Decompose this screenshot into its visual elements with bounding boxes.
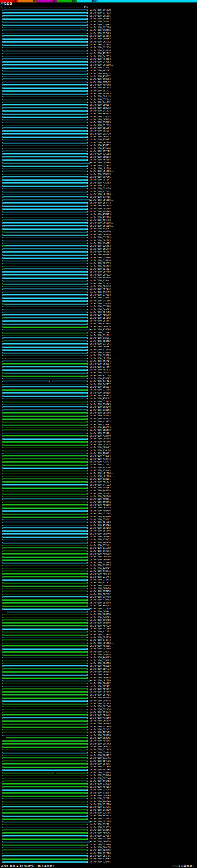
- hit-bar-segment[interactable]: [2, 841, 90, 842]
- hit-label[interactable]: UniRef100_C5S4B8: [90, 561, 110, 564]
- hit-bar[interactable]: [2, 35, 87, 37]
- hit-bar-segment[interactable]: [2, 125, 88, 126]
- hit-bar[interactable]: [2, 369, 87, 371]
- hit-label[interactable]: UniRef100_P93263: [90, 58, 110, 61]
- hit-label[interactable]: UniRef100_C3TI12: [90, 12, 110, 14]
- hit-bar[interactable]: [2, 562, 87, 563]
- hit-bar-segment[interactable]: [2, 858, 88, 860]
- hit-label[interactable]: UniRef100_A6Z0D6: [90, 645, 110, 648]
- hit-bar-segment[interactable]: [2, 228, 88, 230]
- hit-label[interactable]: UniRef100_B7HSV4: [90, 792, 110, 795]
- hit-bar-segment[interactable]: [2, 542, 88, 544]
- hit-bar[interactable]: [2, 260, 87, 261]
- hit-label[interactable]: UniRef100_B2TB51: [90, 581, 110, 584]
- hit-bar[interactable]: [2, 338, 87, 339]
- hit-bar[interactable]: [2, 355, 87, 356]
- hit-bar[interactable]: [2, 24, 87, 26]
- hit-bar[interactable]: [2, 182, 87, 184]
- hit-bar-segment[interactable]: [2, 435, 88, 437]
- hit-label[interactable]: UniRef100_C9YJH8: [90, 208, 110, 210]
- hit-bar-segment[interactable]: [2, 778, 88, 779]
- hit-label[interactable]: UniRef100_A9AHZ4: [90, 417, 110, 420]
- hit-label[interactable]: UniRef100_Q060F7: [90, 345, 110, 348]
- hit-bar-segment[interactable]: [2, 832, 88, 834]
- hit-label[interactable]: UniRef100_C9MDN0: [90, 555, 110, 558]
- hit-label[interactable]: UniRef100_C6WVC6: [90, 587, 110, 590]
- hit-bar[interactable]: [2, 366, 87, 368]
- hit-bar[interactable]: [2, 602, 87, 604]
- hit-bar-segment[interactable]: [2, 631, 88, 632]
- hit-bar-segment[interactable]: [2, 50, 88, 52]
- hit-bar[interactable]: [2, 30, 87, 31]
- hit-bar[interactable]: [2, 424, 87, 426]
- hit-label[interactable]: UniRef100_C2MD90: [90, 302, 110, 305]
- hit-bar[interactable]: [2, 53, 87, 54]
- hit-bar[interactable]: [2, 849, 87, 851]
- hit-bar[interactable]: [2, 243, 87, 244]
- hit-label[interactable]: UniRef100_C3B9Z3: [90, 751, 110, 754]
- hit-bar-segment[interactable]: [2, 496, 88, 497]
- hit-bar[interactable]: [2, 815, 87, 816]
- hit-bar[interactable]: [2, 660, 87, 661]
- hit-bar[interactable]: [2, 415, 87, 416]
- hit-bar-segment[interactable]: [2, 723, 88, 724]
- hit-bar[interactable]: [2, 96, 87, 97]
- hit-bar[interactable]: [2, 102, 87, 103]
- hit-bar-segment[interactable]: [5, 220, 88, 221]
- hit-bar[interactable]: [2, 133, 87, 135]
- hit-bar[interactable]: [2, 683, 87, 684]
- hit-bar-segment[interactable]: [2, 291, 88, 293]
- hit-bar[interactable]: [2, 614, 87, 615]
- hit-label[interactable]: UniRef100_Q7VMW1: [90, 331, 110, 334]
- hit-bar-segment[interactable]: [2, 769, 88, 771]
- hit-label[interactable]: UniRef100_A5WLG0: [90, 449, 110, 452]
- hit-label[interactable]: UniRef100_B1FGN1: [90, 343, 110, 345]
- hit-label[interactable]: UniRef100_Q4Q7Q9: [90, 653, 110, 656]
- hit-label[interactable]: UniRef100_C0DZ32: [90, 429, 110, 432]
- hit-bar-segment[interactable]: [2, 792, 88, 794]
- hit-bar[interactable]: [2, 783, 87, 785]
- hit-label[interactable]: UniRef100_Q39HN3: [90, 291, 110, 294]
- hit-label[interactable]: UniRef100_UP1000...: [90, 225, 114, 227]
- hit-bar[interactable]: [2, 211, 87, 213]
- hit-bar-segment[interactable]: [2, 113, 88, 115]
- hit-bar[interactable]: [2, 691, 87, 693]
- hit-bar[interactable]: [2, 50, 87, 52]
- hit-bar[interactable]: [2, 110, 87, 112]
- hit-bar[interactable]: [2, 510, 87, 512]
- hit-label[interactable]: UniRef100_C0ZGM5: [90, 737, 110, 740]
- hit-label[interactable]: UniRef100_A6FF43: [90, 395, 110, 397]
- hit-bar[interactable]: [2, 723, 87, 724]
- hit-bar[interactable]: [2, 634, 87, 636]
- hit-bar-segment[interactable]: [2, 12, 88, 14]
- hit-bar-segment[interactable]: [2, 671, 88, 673]
- hit-label[interactable]: UniRef100_A4NFE4: [90, 487, 110, 489]
- hit-bar-segment[interactable]: [2, 24, 88, 26]
- hit-bar[interactable]: [2, 33, 87, 34]
- hit-bar[interactable]: [2, 199, 87, 201]
- hit-label[interactable]: UniRef100_A7PG91: [90, 66, 110, 69]
- hit-label[interactable]: UniRef100_C5PME2: [90, 150, 110, 153]
- hit-bar-segment[interactable]: [5, 303, 88, 305]
- hit-bar-segment[interactable]: [2, 156, 88, 158]
- hit-bar[interactable]: [2, 349, 87, 351]
- hit-bar-segment[interactable]: [2, 64, 88, 66]
- hit-bar-segment[interactable]: [2, 714, 88, 716]
- hit-label[interactable]: UniRef100_C2PUW6: [90, 777, 110, 780]
- hit-bar[interactable]: [2, 314, 87, 316]
- hit-bar-segment[interactable]: [2, 467, 88, 469]
- hit-label[interactable]: UniRef100_B0PQN2: [90, 604, 110, 607]
- hit-label[interactable]: UniRef100_C6AL48: [90, 506, 110, 509]
- hit-bar[interactable]: [2, 502, 87, 503]
- hit-bar[interactable]: [2, 323, 87, 324]
- hit-bar-segment[interactable]: [2, 801, 88, 802]
- hit-bar[interactable]: [2, 240, 87, 241]
- hit-bar-segment[interactable]: [2, 706, 88, 707]
- hit-bar[interactable]: [2, 447, 87, 448]
- hit-bar-segment[interactable]: [2, 225, 88, 227]
- hit-bar[interactable]: [2, 341, 87, 342]
- hit-bar-segment[interactable]: [2, 686, 88, 687]
- hit-label[interactable]: UniRef100_Q2B7T0: [90, 734, 110, 737]
- hit-label[interactable]: UniRef100_Q01Y51: [90, 320, 110, 322]
- hit-bar-segment[interactable]: [2, 326, 88, 328]
